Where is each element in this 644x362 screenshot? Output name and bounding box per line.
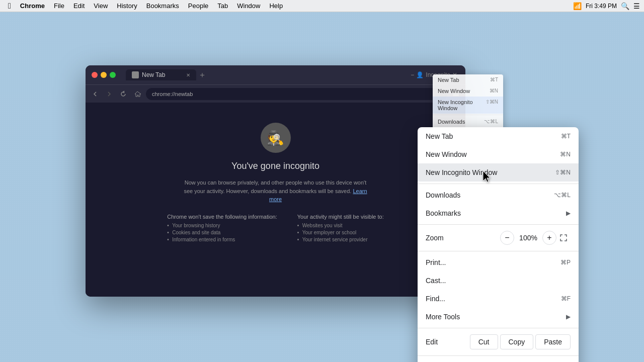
browser-content: 🕵️ You've gone incognito Now you can bro… [86, 103, 465, 297]
incognito-info: Chrome won't save the following informat… [167, 214, 384, 244]
menu-item-new-window[interactable]: New Window ⌘N [418, 145, 579, 163]
menubar-right: 📶 Fri 3:49 PM 🔍 ☰ [573, 2, 640, 10]
tab-favicon [132, 71, 139, 78]
fullscreen-button[interactable] [556, 231, 571, 245]
wont-save-header: Chrome won't save the following informat… [167, 214, 277, 220]
menubar-bookmarks[interactable]: Bookmarks [142, 1, 183, 11]
apple-menu[interactable]:  [4, 2, 15, 11]
menubar-file[interactable]: File [50, 1, 68, 11]
menu-divider-5 [418, 355, 579, 356]
menubar-tab[interactable]: Tab [213, 1, 232, 11]
menu-divider-3 [418, 251, 579, 251]
search-icon[interactable]: 🔍 [621, 2, 629, 10]
small-menu-new-window[interactable]: New Window ⌘N [433, 85, 503, 97]
menu-item-print[interactable]: Print... ⌘P [418, 253, 579, 272]
tab-title: New Tab [142, 71, 165, 78]
browser-toolbar: chrome://newtab [86, 84, 465, 103]
browser-window: New Tab ✕ ＋ − 👤 Incognito ✕ [86, 65, 465, 297]
might-see-list: Websites you visit Your employer or scho… [297, 223, 384, 242]
zoom-controls: − 100% + [500, 231, 556, 245]
address-bar[interactable]: chrome://newtab [146, 88, 447, 100]
browser-titlebar: New Tab ✕ ＋ − 👤 Incognito ✕ [86, 65, 465, 84]
menubar-help[interactable]: Help [265, 1, 287, 11]
menu-zoom-row: Zoom − 100% + [418, 227, 579, 249]
menubar-view[interactable]: View [90, 1, 112, 11]
menu-item-cast[interactable]: Cast... [418, 272, 579, 290]
might-see-item-3: Your internet service provider [297, 237, 384, 242]
menu-divider-2 [418, 224, 579, 225]
menu-item-settings[interactable]: Settings ⌘, [418, 358, 579, 362]
active-tab[interactable]: New Tab ✕ [126, 69, 196, 80]
incognito-description: Now you can browse privately, and other … [180, 178, 371, 204]
tab-close-button[interactable]: ✕ [186, 72, 190, 78]
menu-divider-1 [418, 184, 579, 184]
back-button[interactable] [90, 88, 101, 100]
menubar-chrome[interactable]: Chrome [16, 1, 49, 11]
reload-button[interactable] [118, 88, 129, 100]
zoom-value: 100% [518, 234, 538, 242]
might-see-col: Your activity might still be visible to:… [297, 214, 384, 244]
menu-item-new-incognito[interactable]: New Incognito Window ⇧⌘N [418, 163, 579, 182]
menu-item-find[interactable]: Find... ⌘F [418, 290, 579, 308]
wifi-icon: 📶 [573, 2, 582, 10]
menu-item-new-tab[interactable]: New Tab ⌘T [418, 127, 579, 145]
minimize-window-btn[interactable]: − [411, 71, 414, 78]
wont-save-list: Your browsing history Cookies and site d… [167, 223, 277, 242]
menu-item-bookmarks[interactable]: Bookmarks ▶ [418, 204, 579, 222]
spy-icon: 🕵️ [267, 130, 284, 146]
menubar-left:  Chrome File Edit View History Bookmark… [4, 1, 287, 11]
wont-save-item-3: Information entered in forms [167, 237, 277, 242]
small-menu-incognito[interactable]: New Incognito Window ⇧⌘N [433, 97, 503, 114]
tab-bar: New Tab ✕ ＋ [126, 69, 407, 80]
small-menu-new-tab[interactable]: New Tab ⌘T [433, 74, 503, 85]
control-center-icon[interactable]: ☰ [633, 2, 640, 10]
menu-divider-4 [418, 328, 579, 328]
maximize-button[interactable] [110, 72, 116, 78]
menu-edit-row: Edit Cut Copy Paste [418, 330, 579, 353]
menubar-people[interactable]: People [184, 1, 212, 11]
cut-button[interactable]: Cut [470, 334, 498, 349]
small-menu-downloads[interactable]: Downloads ⌥⌘L [433, 116, 503, 127]
minimize-button[interactable] [101, 72, 107, 78]
small-menu-divider-1 [433, 115, 503, 115]
menu-item-more-tools[interactable]: More Tools ▶ [418, 308, 579, 326]
menu-item-downloads[interactable]: Downloads ⌥⌘L [418, 186, 579, 204]
zoom-in-button[interactable]: + [542, 231, 556, 245]
wont-save-col: Chrome won't save the following informat… [167, 214, 277, 244]
close-button[interactable] [92, 72, 98, 78]
menubar:  Chrome File Edit View History Bookmark… [0, 0, 644, 12]
home-button[interactable] [132, 88, 143, 100]
might-see-header: Your activity might still be visible to: [297, 214, 384, 220]
edit-actions: Cut Copy Paste [470, 334, 571, 349]
zoom-out-button[interactable]: − [500, 231, 514, 245]
might-see-item-1: Websites you visit [297, 223, 384, 228]
might-see-item-2: Your employer or school [297, 230, 384, 235]
menubar-history[interactable]: History [113, 1, 141, 11]
wont-save-item-2: Cookies and site data [167, 230, 277, 235]
copy-button[interactable]: Copy [500, 334, 534, 349]
traffic-lights [92, 72, 116, 78]
address-text: chrome://newtab [152, 91, 193, 97]
menubar-window[interactable]: Window [233, 1, 264, 11]
datetime: Fri 3:49 PM [586, 3, 617, 10]
menubar-edit[interactable]: Edit [69, 1, 89, 11]
profile-icon[interactable]: 👤 [416, 71, 424, 78]
paste-button[interactable]: Paste [535, 334, 571, 349]
new-tab-button[interactable]: ＋ [198, 70, 206, 80]
chrome-dropdown-menu: New Tab ⌘T New Window ⌘N New Incognito W… [418, 127, 579, 362]
wont-save-item-1: Your browsing history [167, 223, 277, 228]
incognito-title: You've gone incognito [231, 161, 319, 171]
incognito-icon: 🕵️ [261, 123, 291, 153]
forward-button[interactable] [104, 88, 115, 100]
